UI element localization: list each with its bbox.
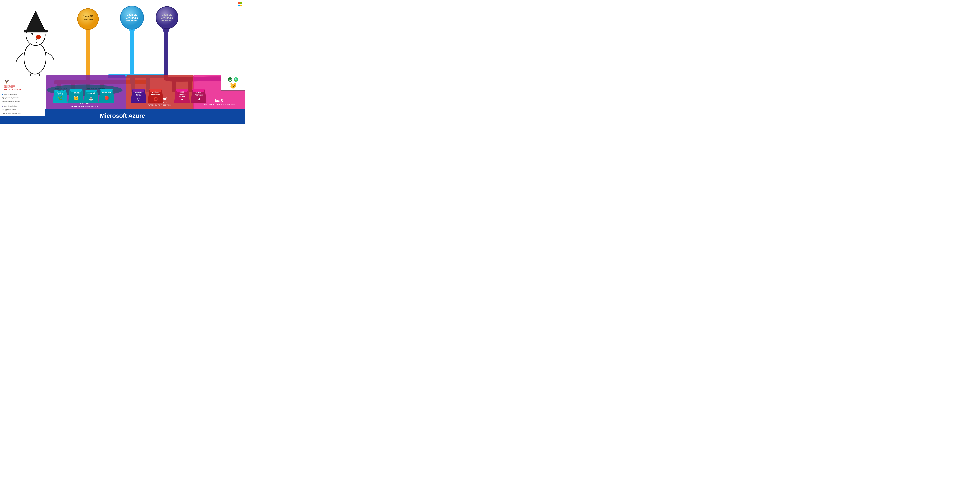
cup-vm: Virtual Machines 🖥 <box>191 89 207 103</box>
svg-text:OpenShift: OpenShift <box>151 94 160 96</box>
header-divider <box>235 2 235 7</box>
svg-text:APP SERVICE ON LINUX: APP SERVICE ON LINUX <box>87 87 105 89</box>
dependent-desc: Java EE applicationswith application ser… <box>2 105 21 114</box>
svg-point-21 <box>156 6 178 29</box>
svg-rect-3 <box>24 30 48 32</box>
svg-text:Java SE: Java SE <box>88 92 95 94</box>
app-servers-row-1: 🦅 <box>2 80 43 84</box>
microsoft-logo <box>238 2 243 6</box>
svg-point-5 <box>32 33 33 35</box>
ms-squares-icon <box>238 2 242 6</box>
svg-text:INFRASTRUCTURE-AS-A-SERVICE: INFRASTRUCTURE-AS-A-SERVICE <box>203 104 235 105</box>
svg-point-14 <box>78 9 99 29</box>
ms-yellow-square <box>240 5 242 6</box>
app-servers-box: 🦅 RED HAT JBOSSENTERPRISEAPPLICATION PLA… <box>0 76 45 116</box>
svg-text:🌿: 🌿 <box>58 96 63 100</box>
svg-text:APP SERVER: APP SERVER <box>126 17 138 19</box>
svg-text:Microsoft Azure: Microsoft Azure <box>100 112 145 119</box>
svg-text:AKS: AKS <box>180 91 184 93</box>
svg-text:PaaS: PaaS <box>80 101 90 105</box>
cup-aks: AKS Container Service ✦ <box>174 89 190 103</box>
svg-point-4 <box>36 35 41 40</box>
cup-jboss: JBoss EAP 🔴 <box>99 89 115 103</box>
svg-text:Tanzu: Tanzu <box>136 94 141 96</box>
svg-marker-70 <box>191 89 207 103</box>
ms-blue-square <box>238 5 240 6</box>
independent-section: Java EE applicationsdeployable to any ce… <box>2 92 43 103</box>
svg-point-0 <box>24 42 46 74</box>
svg-text:Java EE: Java EE <box>162 13 172 16</box>
svg-text:IaaS: IaaS <box>215 99 223 103</box>
svg-marker-71 <box>192 89 205 92</box>
svg-text:⬡: ⬡ <box>137 97 140 101</box>
svg-marker-60 <box>149 89 162 92</box>
svg-point-34 <box>46 85 123 96</box>
svg-marker-47 <box>99 89 115 103</box>
svg-marker-36 <box>54 90 66 92</box>
svg-marker-35 <box>53 90 68 103</box>
svg-text:PLATFORM-AS-A-SERVICE: PLATFORM-AS-A-SERVICE <box>71 105 99 107</box>
svg-marker-55 <box>132 89 145 92</box>
svg-text:JBoss EAP: JBoss EAP <box>102 91 111 94</box>
app-servers-title <box>2 78 43 78</box>
dependent-section: Java EE applicationswith application ser… <box>2 104 43 115</box>
svg-point-17 <box>120 6 143 29</box>
svg-text:Tomcat: Tomcat <box>73 92 80 94</box>
cat-icon: 🐱 <box>223 83 243 89</box>
cup-javase: Java SE ☕ <box>84 90 99 103</box>
svg-text:DIY PaaS: DIY PaaS <box>151 97 167 101</box>
svg-text:🔴: 🔴 <box>104 96 109 100</box>
leaf-icon: 🍃 <box>234 77 238 82</box>
svg-marker-2 <box>26 11 45 31</box>
svg-text:INDEPENDENT: INDEPENDENT <box>126 20 138 22</box>
svg-marker-65 <box>176 89 188 92</box>
svg-marker-39 <box>68 89 84 103</box>
svg-text:🐱: 🐱 <box>73 95 79 101</box>
ms-green-square <box>240 2 242 4</box>
svg-text:Virtual: Virtual <box>196 91 201 94</box>
svg-marker-48 <box>100 89 113 92</box>
svg-marker-64 <box>174 89 190 103</box>
cup-tomcat: Tomcat 🐱 <box>68 89 84 103</box>
svg-text:☕: ☕ <box>89 96 94 101</box>
svg-text:✦: ✦ <box>181 98 183 101</box>
svg-text:CLOUD: CLOUD <box>59 89 64 91</box>
header <box>233 2 243 7</box>
core-java-box: ⏻ 🍃 🐱 <box>221 75 245 91</box>
svg-text:Java EE: Java EE <box>127 13 137 16</box>
svg-marker-59 <box>148 89 164 103</box>
svg-text:🖥: 🖥 <box>197 97 200 101</box>
independent-desc: Java EE applicationsdeployable to any ce… <box>2 94 20 102</box>
redhat-logo: RED HAT JBOSSENTERPRISEAPPLICATION PLATF… <box>4 85 21 91</box>
svg-marker-43 <box>84 90 99 103</box>
svg-marker-40 <box>70 89 83 92</box>
cup-vmware: VMware Tanzu ⬡ <box>131 89 146 103</box>
core-java-icons: ⏻ 🍃 <box>223 77 243 82</box>
app-servers-row-2: RED HAT JBOSSENTERPRISEAPPLICATION PLATF… <box>2 85 43 91</box>
cup-spring: Spring 🌿 <box>53 90 68 103</box>
svg-text:DEPENDENT: DEPENDENT <box>161 20 173 22</box>
svg-text:Spring: Spring <box>57 92 64 94</box>
svg-text:Container: Container <box>178 93 186 95</box>
svg-point-1 <box>26 25 45 45</box>
dependent-badge <box>2 106 3 107</box>
svg-text:DO-IT-YOURSELF: DO-IT-YOURSELF <box>152 102 167 104</box>
svg-text:Java SE: Java SE <box>83 15 93 18</box>
svg-text:PLATFORM-AS-A-SERVICE: PLATFORM-AS-A-SERVICE <box>148 104 170 106</box>
svg-text:VMware: VMware <box>135 91 142 94</box>
independent-badge <box>2 94 3 95</box>
ms-red-square <box>238 2 240 4</box>
svg-text:⭕: ⭕ <box>153 97 158 101</box>
svg-marker-44 <box>85 90 97 92</box>
svg-text:Red Hat: Red Hat <box>152 91 159 93</box>
svg-text:AZURE  SPRING: AZURE SPRING <box>56 87 67 89</box>
svg-text:APP SERVER: APP SERVER <box>161 17 173 19</box>
svg-marker-54 <box>131 89 146 103</box>
svg-text:Machines: Machines <box>194 94 203 96</box>
power-icon: ⏻ <box>228 77 232 82</box>
svg-text:Service: Service <box>179 96 185 97</box>
cup-openshift: Red Hat OpenShift ⭕ <box>148 89 164 103</box>
svg-text:CORE JAVA: CORE JAVA <box>83 18 93 21</box>
